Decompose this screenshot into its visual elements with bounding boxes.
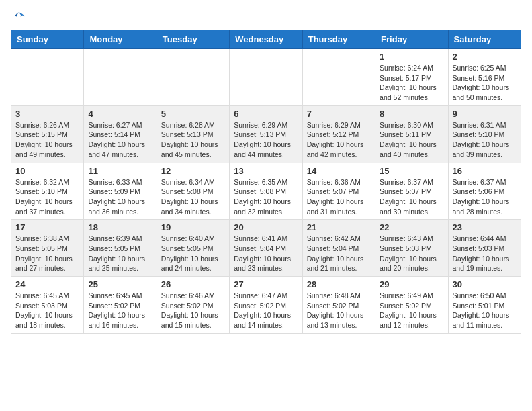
calendar-day-cell: 12Sunrise: 6:34 AM Sunset: 5:08 PM Dayli…	[157, 163, 229, 220]
day-info: Sunrise: 6:45 AM Sunset: 5:02 PM Dayligh…	[88, 291, 145, 329]
day-info: Sunrise: 6:41 AM Sunset: 5:04 PM Dayligh…	[234, 234, 291, 272]
calendar-day-cell: 15Sunrise: 6:37 AM Sunset: 5:07 PM Dayli…	[375, 163, 448, 220]
day-number: 19	[161, 222, 225, 232]
day-number: 10	[15, 166, 79, 176]
calendar-day-cell: 4Sunrise: 6:27 AM Sunset: 5:14 PM Daylig…	[84, 105, 157, 163]
day-info: Sunrise: 6:47 AM Sunset: 5:02 PM Dayligh…	[234, 291, 291, 329]
weekday-header-tuesday: Tuesday	[157, 30, 229, 49]
calendar-week-row: 1Sunrise: 6:24 AM Sunset: 5:17 PM Daylig…	[11, 49, 521, 106]
day-number: 13	[234, 166, 298, 176]
day-info: Sunrise: 6:25 AM Sunset: 5:16 PM Dayligh…	[453, 64, 510, 101]
day-info: Sunrise: 6:39 AM Sunset: 5:05 PM Dayligh…	[88, 234, 145, 272]
day-info: Sunrise: 6:26 AM Sunset: 5:15 PM Dayligh…	[15, 121, 73, 158]
calendar-day-cell: 1Sunrise: 6:24 AM Sunset: 5:17 PM Daylig…	[375, 49, 448, 106]
day-number: 29	[380, 279, 443, 289]
empty-calendar-cell	[11, 49, 84, 106]
calendar-day-cell: 27Sunrise: 6:47 AM Sunset: 5:02 PM Dayli…	[230, 277, 302, 334]
calendar-day-cell: 24Sunrise: 6:45 AM Sunset: 5:03 PM Dayli…	[11, 277, 84, 334]
day-info: Sunrise: 6:50 AM Sunset: 5:01 PM Dayligh…	[453, 291, 510, 329]
calendar-day-cell: 3Sunrise: 6:26 AM Sunset: 5:15 PM Daylig…	[11, 105, 84, 163]
day-info: Sunrise: 6:37 AM Sunset: 5:06 PM Dayligh…	[453, 178, 510, 216]
calendar-table: SundayMondayTuesdayWednesdayThursdayFrid…	[11, 30, 521, 334]
calendar-day-cell: 5Sunrise: 6:28 AM Sunset: 5:13 PM Daylig…	[157, 105, 229, 163]
weekday-header-row: SundayMondayTuesdayWednesdayThursdayFrid…	[11, 30, 521, 49]
day-number: 25	[88, 279, 152, 289]
calendar-day-cell: 7Sunrise: 6:29 AM Sunset: 5:12 PM Daylig…	[302, 105, 375, 163]
weekday-header-wednesday: Wednesday	[230, 30, 302, 49]
calendar-day-cell: 28Sunrise: 6:48 AM Sunset: 5:02 PM Dayli…	[302, 277, 375, 334]
calendar-day-cell: 26Sunrise: 6:46 AM Sunset: 5:02 PM Dayli…	[157, 277, 229, 334]
day-number: 5	[161, 109, 225, 119]
day-number: 20	[234, 222, 298, 232]
day-number: 27	[234, 279, 298, 289]
weekday-header-friday: Friday	[375, 30, 448, 49]
calendar-day-cell: 14Sunrise: 6:36 AM Sunset: 5:07 PM Dayli…	[302, 163, 375, 220]
day-info: Sunrise: 6:44 AM Sunset: 5:03 PM Dayligh…	[453, 234, 510, 272]
day-info: Sunrise: 6:38 AM Sunset: 5:05 PM Dayligh…	[15, 234, 73, 272]
day-info: Sunrise: 6:29 AM Sunset: 5:13 PM Dayligh…	[234, 121, 291, 158]
calendar-day-cell: 10Sunrise: 6:32 AM Sunset: 5:10 PM Dayli…	[11, 163, 84, 220]
weekday-header-monday: Monday	[84, 30, 157, 49]
day-info: Sunrise: 6:31 AM Sunset: 5:10 PM Dayligh…	[453, 121, 510, 158]
calendar-day-cell: 19Sunrise: 6:40 AM Sunset: 5:05 PM Dayli…	[157, 220, 229, 277]
logo-bird-icon	[12, 11, 26, 24]
day-number: 3	[15, 109, 79, 119]
day-number: 1	[380, 52, 443, 62]
calendar-week-row: 17Sunrise: 6:38 AM Sunset: 5:05 PM Dayli…	[11, 220, 521, 277]
calendar-week-row: 3Sunrise: 6:26 AM Sunset: 5:15 PM Daylig…	[11, 105, 521, 163]
day-info: Sunrise: 6:36 AM Sunset: 5:07 PM Dayligh…	[307, 178, 364, 216]
calendar-day-cell: 9Sunrise: 6:31 AM Sunset: 5:10 PM Daylig…	[448, 105, 521, 163]
calendar-day-cell: 18Sunrise: 6:39 AM Sunset: 5:05 PM Dayli…	[84, 220, 157, 277]
day-number: 23	[453, 222, 517, 232]
day-number: 8	[380, 109, 443, 119]
day-number: 16	[453, 166, 517, 176]
calendar-day-cell: 22Sunrise: 6:43 AM Sunset: 5:03 PM Dayli…	[375, 220, 448, 277]
day-info: Sunrise: 6:40 AM Sunset: 5:05 PM Dayligh…	[161, 234, 218, 272]
calendar-week-row: 10Sunrise: 6:32 AM Sunset: 5:10 PM Dayli…	[11, 163, 521, 220]
day-number: 30	[453, 279, 517, 289]
empty-calendar-cell	[157, 49, 229, 106]
calendar-day-cell: 20Sunrise: 6:41 AM Sunset: 5:04 PM Dayli…	[230, 220, 302, 277]
day-number: 26	[161, 279, 225, 289]
day-number: 4	[88, 109, 152, 119]
calendar-day-cell: 6Sunrise: 6:29 AM Sunset: 5:13 PM Daylig…	[230, 105, 302, 163]
calendar-day-cell: 23Sunrise: 6:44 AM Sunset: 5:03 PM Dayli…	[448, 220, 521, 277]
page-header	[11, 11, 521, 24]
day-number: 18	[88, 222, 152, 232]
day-info: Sunrise: 6:46 AM Sunset: 5:02 PM Dayligh…	[161, 291, 218, 329]
day-number: 6	[234, 109, 298, 119]
calendar-day-cell: 11Sunrise: 6:33 AM Sunset: 5:09 PM Dayli…	[84, 163, 157, 220]
day-number: 17	[15, 222, 79, 232]
calendar-day-cell: 8Sunrise: 6:30 AM Sunset: 5:11 PM Daylig…	[375, 105, 448, 163]
day-info: Sunrise: 6:33 AM Sunset: 5:09 PM Dayligh…	[88, 178, 145, 216]
calendar-day-cell: 30Sunrise: 6:50 AM Sunset: 5:01 PM Dayli…	[448, 277, 521, 334]
calendar-day-cell: 25Sunrise: 6:45 AM Sunset: 5:02 PM Dayli…	[84, 277, 157, 334]
day-number: 15	[380, 166, 443, 176]
weekday-header-thursday: Thursday	[302, 30, 375, 49]
day-info: Sunrise: 6:49 AM Sunset: 5:02 PM Dayligh…	[380, 291, 437, 329]
weekday-header-saturday: Saturday	[448, 30, 521, 49]
empty-calendar-cell	[230, 49, 302, 106]
day-info: Sunrise: 6:30 AM Sunset: 5:11 PM Dayligh…	[380, 121, 437, 158]
calendar-day-cell: 29Sunrise: 6:49 AM Sunset: 5:02 PM Dayli…	[375, 277, 448, 334]
day-number: 9	[453, 109, 517, 119]
day-info: Sunrise: 6:37 AM Sunset: 5:07 PM Dayligh…	[380, 178, 437, 216]
day-info: Sunrise: 6:32 AM Sunset: 5:10 PM Dayligh…	[15, 178, 73, 216]
calendar-day-cell: 16Sunrise: 6:37 AM Sunset: 5:06 PM Dayli…	[448, 163, 521, 220]
calendar-day-cell: 17Sunrise: 6:38 AM Sunset: 5:05 PM Dayli…	[11, 220, 84, 277]
day-info: Sunrise: 6:29 AM Sunset: 5:12 PM Dayligh…	[307, 121, 364, 158]
day-info: Sunrise: 6:28 AM Sunset: 5:13 PM Dayligh…	[161, 121, 218, 158]
day-info: Sunrise: 6:42 AM Sunset: 5:04 PM Dayligh…	[307, 234, 364, 272]
calendar-day-cell: 2Sunrise: 6:25 AM Sunset: 5:16 PM Daylig…	[448, 49, 521, 106]
day-info: Sunrise: 6:34 AM Sunset: 5:08 PM Dayligh…	[161, 178, 218, 216]
day-info: Sunrise: 6:48 AM Sunset: 5:02 PM Dayligh…	[307, 291, 364, 329]
day-number: 14	[307, 166, 371, 176]
empty-calendar-cell	[84, 49, 157, 106]
day-number: 24	[15, 279, 79, 289]
day-info: Sunrise: 6:45 AM Sunset: 5:03 PM Dayligh…	[15, 291, 73, 329]
day-info: Sunrise: 6:24 AM Sunset: 5:17 PM Dayligh…	[380, 64, 437, 101]
day-info: Sunrise: 6:43 AM Sunset: 5:03 PM Dayligh…	[380, 234, 437, 272]
day-number: 21	[307, 222, 371, 232]
weekday-header-sunday: Sunday	[11, 30, 84, 49]
day-number: 12	[161, 166, 225, 176]
